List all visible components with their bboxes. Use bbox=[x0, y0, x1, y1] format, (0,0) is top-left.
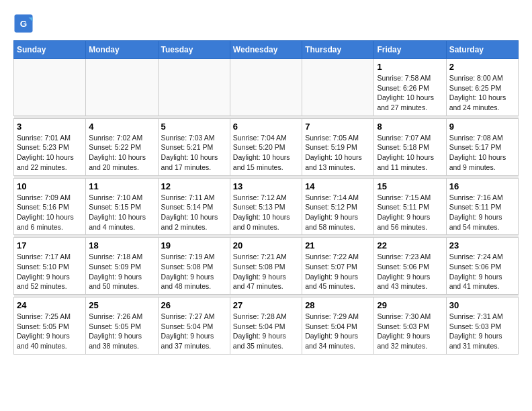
calendar-cell bbox=[158, 59, 230, 116]
calendar-cell: 26Sunrise: 7:27 AM Sunset: 5:04 PM Dayli… bbox=[158, 298, 230, 355]
day-info: Sunrise: 7:19 AM Sunset: 5:08 PM Dayligh… bbox=[161, 252, 227, 291]
calendar-cell: 27Sunrise: 7:28 AM Sunset: 5:04 PM Dayli… bbox=[230, 298, 302, 355]
day-info: Sunrise: 7:08 AM Sunset: 5:17 PM Dayligh… bbox=[449, 133, 515, 173]
day-info: Sunrise: 7:28 AM Sunset: 5:04 PM Dayligh… bbox=[233, 312, 299, 351]
logo-icon: G bbox=[13, 13, 34, 34]
calendar-header-row: SundayMondayTuesdayWednesdayThursdayFrid… bbox=[14, 41, 519, 59]
day-number: 18 bbox=[89, 240, 154, 250]
calendar-cell: 1Sunrise: 7:58 AM Sunset: 6:26 PM Daylig… bbox=[374, 59, 446, 116]
day-info: Sunrise: 7:29 AM Sunset: 5:04 PM Dayligh… bbox=[305, 312, 371, 351]
day-info: Sunrise: 7:09 AM Sunset: 5:16 PM Dayligh… bbox=[17, 193, 83, 232]
day-info: Sunrise: 8:00 AM Sunset: 6:25 PM Dayligh… bbox=[449, 73, 515, 113]
calendar-cell: 8Sunrise: 7:07 AM Sunset: 5:18 PM Daylig… bbox=[374, 118, 446, 175]
weekday-header-wednesday: Wednesday bbox=[230, 41, 302, 59]
calendar-cell: 20Sunrise: 7:21 AM Sunset: 5:08 PM Dayli… bbox=[230, 238, 302, 295]
day-info: Sunrise: 7:12 AM Sunset: 5:13 PM Dayligh… bbox=[233, 193, 299, 232]
day-info: Sunrise: 7:21 AM Sunset: 5:08 PM Dayligh… bbox=[233, 252, 299, 291]
calendar-cell: 24Sunrise: 7:25 AM Sunset: 5:05 PM Dayli… bbox=[14, 298, 86, 355]
day-number: 3 bbox=[17, 122, 83, 132]
calendar-week-row: 3Sunrise: 7:01 AM Sunset: 5:23 PM Daylig… bbox=[14, 118, 519, 175]
calendar-cell: 23Sunrise: 7:24 AM Sunset: 5:06 PM Dayli… bbox=[446, 238, 518, 295]
calendar-cell: 2Sunrise: 8:00 AM Sunset: 6:25 PM Daylig… bbox=[446, 59, 518, 116]
calendar-week-row: 10Sunrise: 7:09 AM Sunset: 5:16 PM Dayli… bbox=[14, 178, 519, 235]
day-number: 30 bbox=[449, 300, 515, 310]
calendar-cell: 5Sunrise: 7:03 AM Sunset: 5:21 PM Daylig… bbox=[158, 118, 230, 175]
day-number: 9 bbox=[449, 122, 515, 132]
day-info: Sunrise: 7:07 AM Sunset: 5:18 PM Dayligh… bbox=[377, 133, 443, 173]
day-number: 2 bbox=[449, 62, 515, 72]
day-number: 8 bbox=[377, 122, 443, 132]
day-number: 21 bbox=[305, 240, 371, 250]
calendar-cell: 6Sunrise: 7:04 AM Sunset: 5:20 PM Daylig… bbox=[230, 118, 302, 175]
calendar-cell: 22Sunrise: 7:23 AM Sunset: 5:06 PM Dayli… bbox=[374, 238, 446, 295]
day-number: 29 bbox=[377, 300, 443, 310]
calendar-cell: 9Sunrise: 7:08 AM Sunset: 5:17 PM Daylig… bbox=[446, 118, 518, 175]
calendar-cell bbox=[230, 59, 302, 116]
day-info: Sunrise: 7:23 AM Sunset: 5:06 PM Dayligh… bbox=[377, 252, 443, 291]
day-number: 17 bbox=[17, 240, 83, 250]
day-info: Sunrise: 7:24 AM Sunset: 5:06 PM Dayligh… bbox=[449, 252, 515, 291]
day-number: 27 bbox=[233, 300, 299, 310]
day-number: 5 bbox=[161, 122, 227, 132]
weekday-header-sunday: Sunday bbox=[14, 41, 86, 59]
day-info: Sunrise: 7:01 AM Sunset: 5:23 PM Dayligh… bbox=[17, 133, 83, 173]
day-info: Sunrise: 7:30 AM Sunset: 5:03 PM Dayligh… bbox=[377, 312, 443, 351]
day-number: 15 bbox=[377, 181, 443, 191]
calendar-cell: 14Sunrise: 7:14 AM Sunset: 5:12 PM Dayli… bbox=[302, 178, 374, 235]
day-info: Sunrise: 7:27 AM Sunset: 5:04 PM Dayligh… bbox=[161, 312, 227, 351]
day-number: 24 bbox=[17, 300, 83, 310]
calendar-cell: 16Sunrise: 7:16 AM Sunset: 5:11 PM Dayli… bbox=[446, 178, 518, 235]
weekday-header-saturday: Saturday bbox=[446, 41, 518, 59]
svg-text:G: G bbox=[20, 19, 28, 29]
day-number: 13 bbox=[233, 181, 299, 191]
calendar-cell bbox=[14, 59, 86, 116]
calendar-week-row: 17Sunrise: 7:17 AM Sunset: 5:10 PM Dayli… bbox=[14, 238, 519, 295]
day-info: Sunrise: 7:18 AM Sunset: 5:09 PM Dayligh… bbox=[89, 252, 154, 291]
day-number: 12 bbox=[161, 181, 227, 191]
calendar-cell bbox=[302, 59, 374, 116]
calendar-cell: 10Sunrise: 7:09 AM Sunset: 5:16 PM Dayli… bbox=[14, 178, 86, 235]
calendar-cell: 11Sunrise: 7:10 AM Sunset: 5:15 PM Dayli… bbox=[86, 178, 158, 235]
day-info: Sunrise: 7:02 AM Sunset: 5:22 PM Dayligh… bbox=[89, 133, 154, 173]
day-number: 14 bbox=[305, 181, 371, 191]
weekday-header-thursday: Thursday bbox=[302, 41, 374, 59]
calendar-cell: 17Sunrise: 7:17 AM Sunset: 5:10 PM Dayli… bbox=[14, 238, 86, 295]
day-info: Sunrise: 7:22 AM Sunset: 5:07 PM Dayligh… bbox=[305, 252, 371, 291]
calendar-cell: 3Sunrise: 7:01 AM Sunset: 5:23 PM Daylig… bbox=[14, 118, 86, 175]
calendar-cell: 12Sunrise: 7:11 AM Sunset: 5:14 PM Dayli… bbox=[158, 178, 230, 235]
calendar-cell: 25Sunrise: 7:26 AM Sunset: 5:05 PM Dayli… bbox=[86, 298, 158, 355]
calendar-cell: 28Sunrise: 7:29 AM Sunset: 5:04 PM Dayli… bbox=[302, 298, 374, 355]
day-number: 6 bbox=[233, 122, 299, 132]
calendar-cell: 13Sunrise: 7:12 AM Sunset: 5:13 PM Dayli… bbox=[230, 178, 302, 235]
day-info: Sunrise: 7:16 AM Sunset: 5:11 PM Dayligh… bbox=[449, 193, 515, 232]
day-number: 23 bbox=[449, 240, 515, 250]
calendar-cell: 19Sunrise: 7:19 AM Sunset: 5:08 PM Dayli… bbox=[158, 238, 230, 295]
day-number: 26 bbox=[161, 300, 227, 310]
day-info: Sunrise: 7:04 AM Sunset: 5:20 PM Dayligh… bbox=[233, 133, 299, 173]
weekday-header-friday: Friday bbox=[374, 41, 446, 59]
calendar-week-row: 24Sunrise: 7:25 AM Sunset: 5:05 PM Dayli… bbox=[14, 298, 519, 355]
day-number: 20 bbox=[233, 240, 299, 250]
calendar-cell: 7Sunrise: 7:05 AM Sunset: 5:19 PM Daylig… bbox=[302, 118, 374, 175]
day-info: Sunrise: 7:14 AM Sunset: 5:12 PM Dayligh… bbox=[305, 193, 371, 232]
day-number: 10 bbox=[17, 181, 83, 191]
day-number: 11 bbox=[89, 181, 154, 191]
calendar-cell: 21Sunrise: 7:22 AM Sunset: 5:07 PM Dayli… bbox=[302, 238, 374, 295]
day-info: Sunrise: 7:25 AM Sunset: 5:05 PM Dayligh… bbox=[17, 312, 83, 351]
day-info: Sunrise: 7:17 AM Sunset: 5:10 PM Dayligh… bbox=[17, 252, 83, 291]
calendar-table: SundayMondayTuesdayWednesdayThursdayFrid… bbox=[13, 40, 519, 355]
day-info: Sunrise: 7:26 AM Sunset: 5:05 PM Dayligh… bbox=[89, 312, 154, 351]
day-info: Sunrise: 7:03 AM Sunset: 5:21 PM Dayligh… bbox=[161, 133, 227, 173]
calendar-week-row: 1Sunrise: 7:58 AM Sunset: 6:26 PM Daylig… bbox=[14, 59, 519, 116]
day-info: Sunrise: 7:58 AM Sunset: 6:26 PM Dayligh… bbox=[377, 73, 443, 113]
day-number: 4 bbox=[89, 122, 154, 132]
day-number: 16 bbox=[449, 181, 515, 191]
day-info: Sunrise: 7:11 AM Sunset: 5:14 PM Dayligh… bbox=[161, 193, 227, 232]
calendar-cell: 15Sunrise: 7:15 AM Sunset: 5:11 PM Dayli… bbox=[374, 178, 446, 235]
day-number: 19 bbox=[161, 240, 227, 250]
day-info: Sunrise: 7:10 AM Sunset: 5:15 PM Dayligh… bbox=[89, 193, 154, 232]
day-info: Sunrise: 7:05 AM Sunset: 5:19 PM Dayligh… bbox=[305, 133, 371, 173]
logo: G bbox=[13, 13, 36, 34]
weekday-header-monday: Monday bbox=[86, 41, 158, 59]
weekday-header-tuesday: Tuesday bbox=[158, 41, 230, 59]
